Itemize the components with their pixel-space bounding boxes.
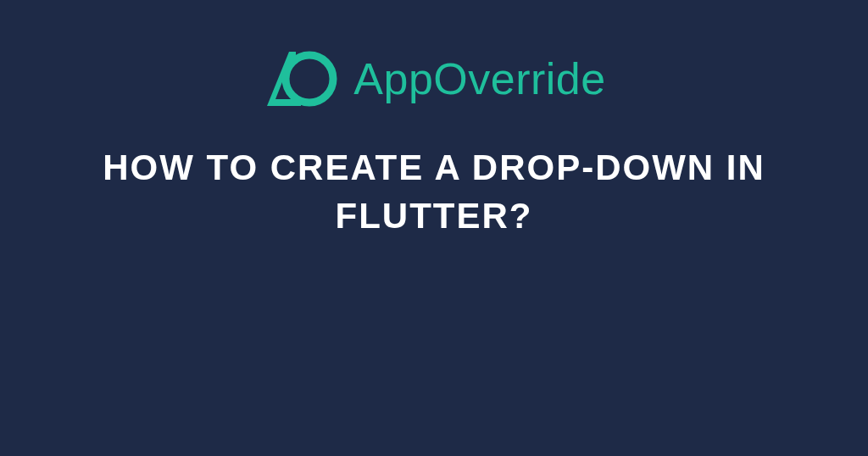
- svg-point-0: [286, 55, 333, 103]
- brand-name: AppOverride: [353, 53, 605, 104]
- brand-logo: AppOverride: [262, 47, 605, 110]
- logo-icon: [262, 47, 338, 110]
- page-headline: HOW TO CREATE A DROP-DOWN IN FLUTTER?: [86, 144, 782, 240]
